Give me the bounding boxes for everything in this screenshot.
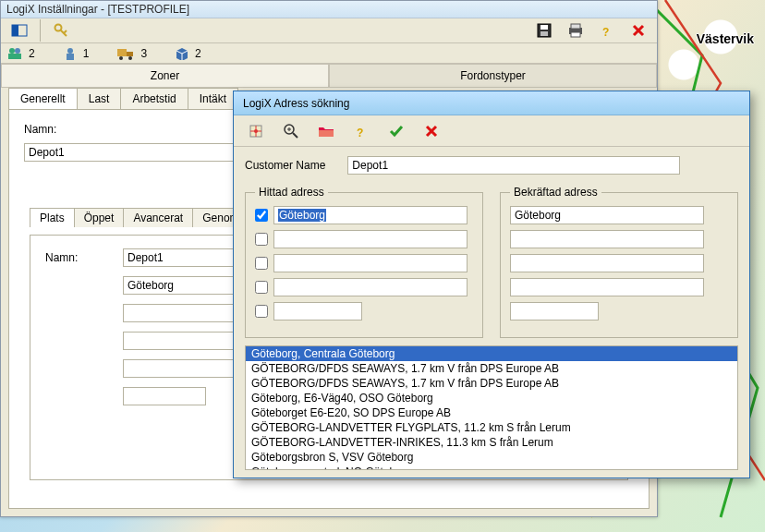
- window-title: LogiX Inställningar - [TESTPROFILE]: [6, 3, 189, 16]
- result-item[interactable]: GÖTEBORG/DFDS SEAWAYS, 1.7 km V från DPS…: [246, 376, 737, 391]
- result-item[interactable]: Göteborget E6-E20, SO DPS Europe AB: [246, 405, 737, 420]
- hittad-adress-group: Hittad adress Göteborg: [245, 186, 483, 338]
- hittad-check-1[interactable]: [255, 209, 268, 222]
- toolbar-primary: ?: [1, 18, 657, 43]
- plats-namn-label: Namn:: [45, 251, 112, 264]
- truck-icon: [116, 47, 135, 60]
- subtab-generellt[interactable]: Generellt: [8, 88, 78, 109]
- result-item[interactable]: Göteborgs central, NO Göteborg: [246, 465, 737, 470]
- person-icon: [63, 46, 78, 61]
- map-marker-icon: [249, 124, 263, 139]
- zoom-in-button[interactable]: [278, 119, 304, 143]
- svg-rect-8: [571, 32, 580, 37]
- bekr-input-5[interactable]: [510, 302, 599, 320]
- key-button[interactable]: [48, 18, 74, 42]
- hittad-input-4[interactable]: [273, 278, 468, 296]
- dialog-body: Customer Name Hittad adress Göteborg Bek…: [234, 147, 749, 478]
- svg-point-11: [15, 48, 20, 54]
- namn-label: Namn:: [24, 123, 91, 136]
- hittad-input-3[interactable]: [273, 254, 468, 272]
- check-icon: [389, 124, 404, 139]
- tab-zoner[interactable]: Zoner: [1, 64, 329, 87]
- subtab-arbetstid[interactable]: Arbetstid: [120, 88, 188, 109]
- address-search-dialog: LogiX Adress sökning ? Customer Name Hit…: [233, 91, 750, 478]
- result-item[interactable]: GÖTEBORG-LANDVETTER-INRIKES, 11.3 km S f…: [246, 435, 737, 450]
- svg-rect-7: [571, 24, 580, 29]
- hittad-check-3[interactable]: [255, 257, 268, 270]
- tab-fordonstyper[interactable]: Fordonstyper: [329, 64, 657, 87]
- svg-rect-14: [67, 54, 74, 60]
- svg-rect-22: [319, 130, 334, 137]
- confirm-button[interactable]: [383, 119, 409, 143]
- inner-tab-plats[interactable]: Plats: [30, 208, 75, 227]
- results-list[interactable]: Göteborg, Centrala GöteborgGÖTEBORG/DFDS…: [245, 345, 738, 470]
- counter-vehicles[interactable]: 3: [116, 47, 147, 60]
- dialog-titlebar[interactable]: LogiX Adress sökning: [234, 91, 749, 115]
- people-icon: [6, 46, 23, 61]
- folder-icon: [318, 125, 334, 138]
- close-icon: [425, 125, 438, 138]
- bekr-input-4[interactable]: [510, 278, 704, 296]
- customer-name-label: Customer Name: [245, 159, 325, 172]
- window-toggle-button[interactable]: [6, 18, 32, 42]
- hittad-input-2[interactable]: [273, 230, 468, 248]
- help-button[interactable]: ?: [594, 18, 620, 42]
- customer-name-input[interactable]: [347, 156, 680, 175]
- hittad-check-5[interactable]: [255, 305, 268, 318]
- map-marker-button[interactable]: [243, 119, 269, 143]
- subtab-intakt[interactable]: Intäkt: [188, 88, 238, 109]
- hittad-input-1[interactable]: Göteborg: [273, 206, 468, 224]
- svg-point-18: [128, 56, 132, 60]
- svg-point-13: [67, 48, 73, 54]
- hittad-legend: Hittad adress: [255, 186, 328, 199]
- counter-packages-value: 2: [195, 47, 201, 60]
- dialog-title: LogiX Adress sökning: [243, 97, 349, 110]
- map-city-label: Västervik: [697, 31, 754, 46]
- svg-rect-4: [540, 25, 548, 30]
- inner-tab-avancerat[interactable]: Avancerat: [123, 208, 193, 227]
- folder-button[interactable]: [313, 119, 339, 143]
- inner-tab-oppet[interactable]: Öppet: [74, 208, 125, 227]
- delete-button[interactable]: [625, 18, 651, 42]
- bekr-input-3[interactable]: [510, 254, 704, 272]
- result-item[interactable]: Göteborg, E6-Väg40, OSO Göteborg: [246, 391, 737, 405]
- svg-rect-1: [12, 25, 18, 36]
- counter-zones[interactable]: 2: [6, 46, 35, 61]
- counter-vehicles-value: 3: [140, 47, 147, 60]
- hittad-check-2[interactable]: [255, 233, 268, 246]
- plats-address-input-5[interactable]: [123, 387, 206, 405]
- subtab-last[interactable]: Last: [77, 88, 122, 109]
- toolbar-counters: 2 1 3 2: [1, 43, 657, 64]
- svg-point-17: [119, 56, 123, 60]
- separator: [40, 19, 41, 42]
- help-icon: ?: [354, 124, 369, 139]
- result-item[interactable]: GÖTEBORG-LANDVETTER FLYGPLATS, 11.2 km S…: [246, 420, 737, 435]
- result-item[interactable]: GÖTEBORG/DFDS SEAWAYS, 1.7 km V från DPS…: [246, 361, 737, 376]
- svg-rect-5: [540, 31, 548, 36]
- window-titlebar[interactable]: LogiX Inställningar - [TESTPROFILE]: [1, 1, 657, 18]
- cancel-button[interactable]: [419, 119, 444, 143]
- svg-rect-16: [127, 52, 133, 56]
- top-segment-tabs: Zoner Fordonstyper: [1, 64, 657, 88]
- counter-users[interactable]: 1: [63, 46, 90, 61]
- counter-zones-value: 2: [29, 47, 35, 60]
- svg-rect-15: [117, 49, 127, 56]
- counter-packages[interactable]: 2: [175, 47, 201, 60]
- svg-point-20: [254, 129, 258, 133]
- hittad-check-4[interactable]: [255, 281, 268, 294]
- bekr-input-2[interactable]: [510, 230, 704, 248]
- save-button[interactable]: [531, 18, 557, 42]
- dialog-toolbar: ?: [234, 115, 749, 147]
- box-icon: [175, 47, 189, 60]
- zoom-in-icon: [284, 124, 298, 139]
- help-button-dialog[interactable]: ?: [348, 119, 374, 143]
- hittad-input-5[interactable]: [273, 302, 362, 320]
- result-item[interactable]: Göteborgsbron S, VSV Göteborg: [246, 450, 737, 465]
- bekr-input-1[interactable]: [510, 206, 704, 224]
- print-button[interactable]: [563, 18, 589, 42]
- svg-point-10: [9, 48, 15, 54]
- svg-text:?: ?: [602, 26, 609, 38]
- result-item[interactable]: Göteborg, Centrala Göteborg: [246, 346, 737, 361]
- counter-users-value: 1: [83, 47, 90, 60]
- bekraftad-adress-group: Bekräftad adress: [500, 186, 738, 338]
